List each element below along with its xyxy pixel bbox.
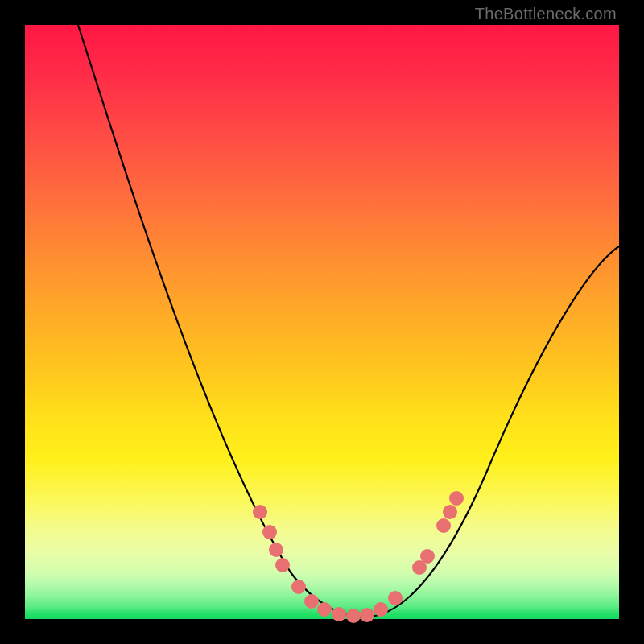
bottleneck-curve	[78, 25, 619, 617]
watermark-text: TheBottleneck.com	[475, 5, 617, 23]
data-marker	[262, 525, 277, 539]
data-marker	[360, 608, 374, 622]
data-marker	[374, 602, 388, 617]
data-marker	[346, 609, 361, 623]
data-marker	[317, 602, 332, 617]
data-marker	[332, 607, 346, 621]
data-marker	[420, 549, 435, 564]
data-marker	[443, 505, 457, 519]
marker-group	[253, 491, 464, 623]
data-marker	[388, 591, 402, 605]
data-marker	[304, 594, 319, 609]
data-marker	[449, 491, 464, 506]
data-marker	[269, 543, 283, 557]
data-marker	[275, 558, 290, 572]
data-marker	[291, 580, 306, 594]
chart-svg	[25, 25, 619, 619]
data-marker	[253, 505, 267, 519]
data-marker	[436, 518, 451, 533]
